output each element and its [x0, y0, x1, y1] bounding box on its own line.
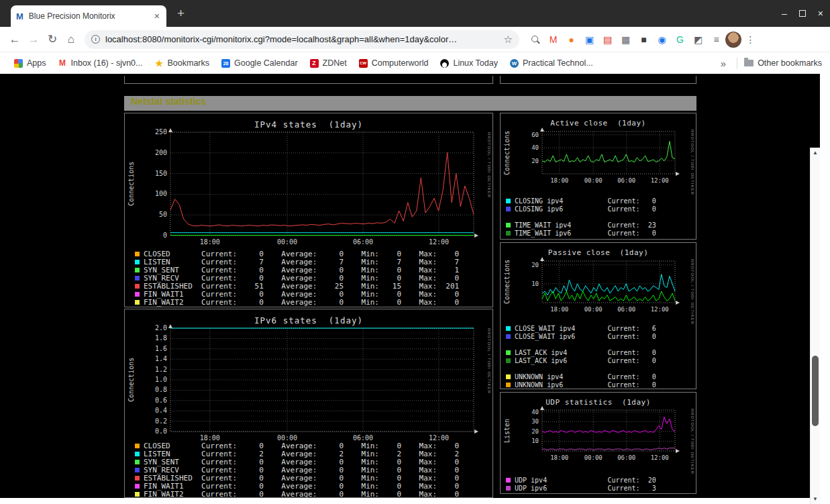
legend-row: CLOSING ipv6 Current: 0 [506, 205, 656, 213]
svg-text:00:00: 00:00 [584, 177, 603, 184]
scroll-down-arrow[interactable]: ▼ [811, 496, 820, 502]
gmail-icon[interactable]: M [544, 31, 562, 48]
toolbar-extensions: M●▣▤▦■◉G◩≡⋮ [526, 31, 760, 48]
extension-dark-icon[interactable]: ■ [635, 31, 653, 48]
bookmark-label: ZDNet [323, 58, 347, 68]
svg-text:40: 40 [531, 409, 539, 415]
legend-swatch [135, 300, 140, 305]
svg-text:20: 20 [531, 158, 539, 164]
bookmark-linux-today[interactable]: Linux Today [434, 58, 504, 68]
chart-panel-active-close[interactable]: Active close (1day) Connections 20406018… [500, 113, 696, 240]
url-text[interactable]: localhost:8080/monitorix-cgi/monitorix.c… [105, 34, 499, 44]
legend-swatch [506, 350, 511, 355]
legend-row: TIME_WAIT ipv6 Current: 0 [506, 229, 656, 237]
home-button[interactable]: ⌂ [62, 33, 81, 46]
legend-swatch [506, 199, 511, 203]
legend-row: FIN_WAIT1 Current: 0 Average: 0 Min: 0 M… [135, 290, 459, 298]
legend-row: UDP ipv4 Current: 20 [506, 476, 656, 484]
chart-panel-passive-close[interactable]: Passive close (1day) Connections 102018:… [500, 242, 696, 389]
scroll-up-arrow[interactable]: ▲ [811, 150, 820, 156]
legend-row: FIN_WAIT1 Current: 0 Average: 0 Min: 0 M… [135, 482, 459, 490]
legend-spacer [506, 364, 656, 372]
chart-plot: 0.00.20.40.60.81.01.21.41.61.82.018:0000… [125, 309, 492, 446]
camera-icon[interactable]: ◉ [653, 31, 671, 48]
svg-text:12:00: 12:00 [651, 306, 669, 313]
search-icon[interactable] [526, 31, 544, 48]
bookmark-star-icon[interactable]: ☆ [504, 34, 513, 46]
svg-text:12:00: 12:00 [429, 434, 449, 442]
other-bookmarks-label: Other bookmarks [758, 58, 822, 68]
back-button[interactable]: ← [5, 33, 24, 46]
bookmark-apps[interactable]: Apps [8, 58, 52, 68]
penguin-icon [440, 59, 449, 68]
new-tab-button[interactable]: + [177, 6, 185, 21]
bookmark-zdnet[interactable]: ZDNet [304, 58, 353, 68]
grammarly-icon[interactable]: G [671, 31, 689, 48]
puzzle-icon[interactable]: ◩ [689, 31, 707, 48]
chart-legend: CLOSED Current: 0 Average: 0 Min: 0 Max:… [135, 250, 459, 306]
window-controls: – × [782, 0, 823, 27]
previous-section-panel-right [500, 76, 696, 84]
legend-row: ESTABLISHED Current: 51 Average: 25 Min:… [135, 282, 459, 290]
legend-row: UNKNOWN ipv4 Current: 0 [506, 372, 656, 381]
legend-swatch [135, 476, 140, 481]
reload-button[interactable]: ↻ [43, 32, 62, 46]
legend-spacer [506, 340, 656, 348]
browser-tab[interactable]: M Blue Precision Monitorix × [11, 5, 166, 27]
legend-swatch [135, 460, 140, 464]
bookmark-google-calendar[interactable]: Google Calendar [215, 58, 304, 68]
legend-row: CLOSE_WAIT ipv4 Current: 6 [506, 324, 656, 332]
window-close-button[interactable]: × [818, 8, 823, 19]
forward-button[interactable]: → [24, 33, 43, 46]
bookmark-inbox[interactable]: Inbox (16) - sjvn0... [52, 58, 149, 68]
legend-text: LAST_ACK ipv4 Current: 0 [515, 349, 656, 356]
chart-panel-ipv4-states[interactable]: IPv4 states (1day) Connections 050100150… [124, 113, 493, 307]
legend-swatch [135, 260, 140, 264]
other-bookmarks[interactable]: Other bookmarks [744, 58, 822, 68]
scrollbar[interactable]: ▲ ▼ [810, 148, 820, 504]
legend-swatch [135, 292, 140, 297]
url-bar[interactable]: localhost:8080/monitorix-cgi/monitorix.c… [85, 30, 519, 49]
avatar-icon[interactable] [725, 32, 741, 48]
legend-row: FIN_WAIT2 Current: 0 Average: 0 Min: 0 M… [135, 298, 459, 306]
bookmark-computerworld[interactable]: Computerworld [353, 58, 435, 68]
legend-row: CLOSE_WAIT ipv6 Current: 0 [506, 332, 656, 340]
svg-text:0: 0 [163, 232, 167, 239]
keep-note-icon[interactable]: ▤ [599, 31, 617, 48]
pocket-icon[interactable]: ● [562, 31, 580, 48]
window-maximize-button[interactable] [799, 10, 806, 17]
chart-panel-ipv6-states[interactable]: IPv6 states (1day) Connections 0.00.20.4… [124, 309, 493, 498]
legend-swatch [135, 268, 140, 272]
legend-row: LISTEN Current: 2 Average: 2 Min: 2 Max:… [135, 450, 459, 458]
svg-text:00:00: 00:00 [584, 454, 603, 461]
svg-text:0.0: 0.0 [155, 427, 167, 435]
svg-text:18:00: 18:00 [550, 306, 568, 313]
legend-swatch [506, 334, 511, 339]
svg-text:18:00: 18:00 [200, 434, 220, 442]
svg-text:1.0: 1.0 [155, 376, 167, 383]
screenshot-icon[interactable]: ▦ [617, 31, 635, 48]
browser-toolbar: ← → ↻ ⌂ localhost:8080/monitorix-cgi/mon… [0, 27, 830, 52]
legend-row: TIME_WAIT ipv4 Current: 23 [506, 221, 656, 229]
copy-pages-icon[interactable]: ▣ [580, 31, 599, 48]
bookmark-label: Practical Technol... [523, 58, 593, 68]
legend-text: UDP ipv6 Current: 3 [515, 485, 656, 492]
chart-legend: CLOSING ipv4 Current: 0CLOSING ipv6 Curr… [506, 197, 656, 237]
svg-text:2.0: 2.0 [155, 324, 167, 332]
page-info-icon[interactable] [91, 35, 100, 44]
bookmarks-overflow-chevron[interactable]: » [717, 58, 730, 69]
tab-close-icon[interactable]: × [153, 11, 161, 21]
playlist-icon[interactable]: ≡ [707, 31, 725, 48]
bookmark-practical-technology[interactable]: Practical Technol... [504, 58, 599, 68]
rrdtool-watermark: RRDTOOL / TOBI OETIKER [690, 409, 694, 474]
chart-panel-udp-statistics[interactable]: UDP statistics (1day) Listen 1020304018:… [500, 392, 696, 494]
svg-text:00:00: 00:00 [584, 306, 603, 313]
legend-row: LISTEN Current: 7 Average: 7 Min: 7 Max:… [135, 258, 459, 266]
legend-swatch [135, 284, 140, 289]
legend-row: CLOSED Current: 0 Average: 0 Min: 0 Max:… [135, 250, 459, 258]
svg-text:00:00: 00:00 [277, 238, 297, 246]
window-minimize-button[interactable]: – [782, 8, 787, 19]
scrollbar-thumb[interactable] [812, 356, 819, 426]
bookmark-bookmarks[interactable]: Bookmarks [149, 58, 216, 68]
menu-icon[interactable]: ⋮ [741, 31, 760, 48]
